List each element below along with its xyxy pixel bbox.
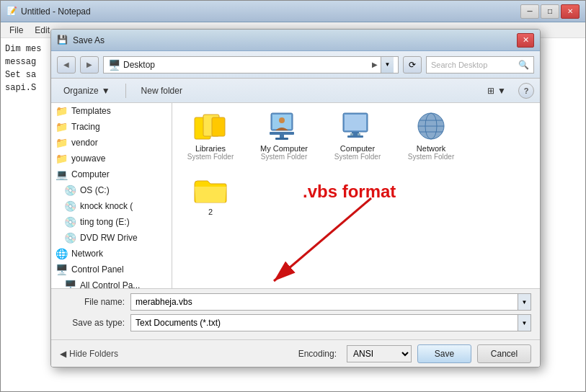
- youwave-folder-icon: 📁: [56, 153, 68, 164]
- svg-rect-8: [275, 138, 288, 140]
- notepad-window-controls: ─ □ ✕: [520, 4, 580, 19]
- network-name: Network: [417, 144, 445, 153]
- templates-label: Templates: [71, 106, 111, 116]
- savetype-input-wrapper: ▼: [130, 314, 531, 331]
- toolbar-view-buttons: ⊞ ▼: [481, 83, 512, 99]
- location-arrow: ▶: [372, 61, 378, 68]
- search-icon: 🔍: [518, 60, 529, 70]
- svg-rect-14: [358, 133, 360, 135]
- search-placeholder: Search Desktop: [431, 61, 518, 69]
- view-toggle-button[interactable]: ⊞ ▼: [481, 83, 512, 99]
- svg-rect-12: [347, 135, 363, 138]
- controlpanel-icon: 🖥️: [56, 264, 68, 275]
- filename-dropdown-button[interactable]: ▼: [518, 293, 531, 311]
- sidebar-item-vendor[interactable]: 📁 vendor: [51, 135, 172, 151]
- left-panel: 📁 Templates 📁 Tracing 📁 vendor 📁 youwave…: [51, 103, 172, 288]
- dvdrw-icon: 💿: [64, 232, 76, 244]
- location-bar: 🖥️ Desktop ▶ ▼: [103, 56, 399, 74]
- encoding-select[interactable]: ANSI: [347, 345, 412, 362]
- filename-row: File name: ▼: [60, 293, 531, 311]
- filename-input-wrapper: ▼: [130, 293, 531, 311]
- sidebar-item-allcontrol[interactable]: 🖥️ All Control Pa...: [51, 277, 172, 288]
- tingtong-icon: 💿: [64, 216, 76, 228]
- sidebar-item-templates[interactable]: 📁 Templates: [51, 103, 172, 119]
- filename-input[interactable]: [130, 293, 518, 311]
- toolbar-separator: [125, 84, 126, 98]
- sidebar-item-youwave[interactable]: 📁 youwave: [51, 151, 172, 166]
- help-button[interactable]: ?: [518, 83, 534, 99]
- dialog-title-text: Save As: [73, 35, 517, 45]
- dvdrw-label: DVD RW Drive: [80, 233, 138, 243]
- notepad-close-button[interactable]: ✕: [561, 4, 580, 19]
- notepad-titlebar: 📝 Untitled - Notepad ─ □ ✕: [1, 1, 585, 22]
- svg-point-5: [279, 117, 285, 123]
- savetype-dropdown-button[interactable]: ▼: [518, 314, 531, 331]
- computer-folder-icon: [340, 112, 375, 142]
- dialog-titlebar: 💾 Save As ✕: [51, 30, 540, 51]
- sidebar-item-tracing[interactable]: 📁 Tracing: [51, 119, 172, 135]
- location-text: Desktop: [123, 60, 369, 70]
- sidebar-item-controlpanel[interactable]: 🖥️ Control Panel: [51, 262, 172, 277]
- dialog-main: 📁 Templates 📁 Tracing 📁 vendor 📁 youwave…: [51, 103, 540, 289]
- dialog-bottom: File name: ▼ Save as type: ▼: [51, 289, 540, 339]
- menu-file[interactable]: File: [4, 24, 29, 37]
- hide-folders-arrow-icon: ◀: [60, 349, 66, 359]
- osc-label: OS (C:): [80, 185, 110, 195]
- savetype-label: Save as type:: [60, 318, 125, 328]
- right-panel-mycomputer[interactable]: My Computer System Folder: [252, 109, 316, 164]
- sidebar-item-osc[interactable]: 💿 OS (C:): [51, 182, 172, 198]
- hide-folders-button[interactable]: ◀ Hide Folders: [60, 349, 118, 359]
- sidebar-item-knock[interactable]: 💿 knock knock (: [51, 198, 172, 214]
- save-as-dialog: 💾 Save As ✕ ◀ ▶ 🖥️ Desktop ▶ ▼ ⟳ Search …: [50, 29, 541, 368]
- network-icon: 🌐: [56, 248, 68, 259]
- libraries-sub: System Folder: [187, 153, 234, 161]
- computer-label: Computer: [71, 169, 110, 179]
- libraries-icon: [193, 112, 228, 142]
- tingtong-label: ting tong (E:): [80, 217, 130, 227]
- savetype-input[interactable]: [130, 314, 518, 331]
- notepad-maximize-button[interactable]: □: [541, 4, 559, 19]
- sidebar-item-network[interactable]: 🌐 Network: [51, 246, 172, 262]
- youwave-label: youwave: [71, 153, 105, 164]
- mycomputer-icon: [267, 112, 301, 142]
- nav-back-button[interactable]: ◀: [57, 56, 76, 74]
- right-panel-folder2[interactable]: 2: [178, 172, 243, 219]
- new-folder-button[interactable]: New folder: [135, 83, 189, 99]
- right-panel-network[interactable]: Network System Folder: [399, 109, 463, 164]
- notepad-minimize-button[interactable]: ─: [520, 4, 539, 19]
- organize-button[interactable]: Organize ▼: [57, 83, 117, 99]
- nav-forward-button[interactable]: ▶: [80, 56, 99, 74]
- network-sub: System Folder: [408, 153, 454, 161]
- cancel-button[interactable]: Cancel: [477, 344, 531, 363]
- svg-rect-7: [280, 135, 284, 138]
- notepad-title: Untitled - Notepad: [18, 6, 520, 17]
- sidebar-item-computer[interactable]: 💻 Computer: [51, 166, 172, 182]
- dialog-footer: ◀ Hide Folders Encoding: ANSI Save Cance…: [51, 339, 540, 368]
- folder2-name: 2: [208, 208, 213, 216]
- location-dropdown-button[interactable]: ▼: [381, 57, 394, 73]
- mycomputer-name: My Computer: [260, 144, 308, 153]
- save-button[interactable]: Save: [417, 344, 471, 363]
- annotation-text: .vbs format: [303, 182, 396, 202]
- computer-sub: System Folder: [334, 153, 381, 161]
- dialog-title-icon: 💾: [57, 35, 68, 46]
- svg-rect-6: [270, 132, 294, 135]
- knock-label: knock knock (: [80, 201, 133, 211]
- location-folder-icon: 🖥️: [108, 59, 120, 71]
- right-panel-libraries[interactable]: Libraries System Folder: [178, 109, 243, 164]
- sidebar-item-dvdrw[interactable]: 💿 DVD RW Drive: [51, 230, 172, 246]
- view-arrow: ▼: [497, 86, 506, 96]
- dialog-close-button[interactable]: ✕: [517, 33, 534, 48]
- controlpanel-label: Control Panel: [71, 264, 124, 275]
- nav-refresh-button[interactable]: ⟳: [403, 56, 422, 74]
- computer-icon: 💻: [56, 169, 68, 180]
- vendor-folder-icon: 📁: [56, 137, 68, 148]
- computer-name: Computer: [340, 144, 375, 153]
- tracing-folder-icon: 📁: [56, 121, 68, 133]
- vendor-label: vendor: [71, 138, 98, 148]
- sidebar-item-tingtong[interactable]: 💿 ting tong (E:): [51, 214, 172, 230]
- search-bar: Search Desktop 🔍: [426, 56, 534, 74]
- libraries-name: Libraries: [195, 144, 226, 153]
- osc-icon: 💿: [64, 184, 76, 196]
- right-panel-computer[interactable]: Computer System Folder: [325, 109, 390, 164]
